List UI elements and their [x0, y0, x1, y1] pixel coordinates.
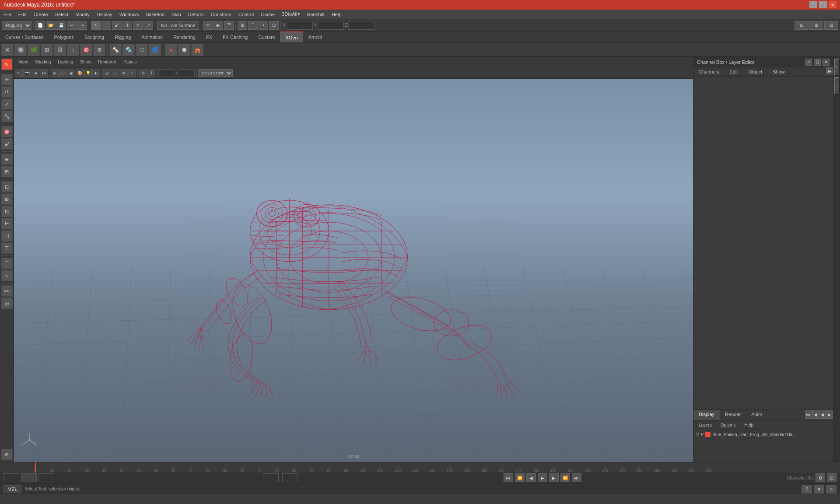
- tab-polygons[interactable]: Polygons: [49, 32, 79, 42]
- vp-menu-view[interactable]: View: [16, 59, 31, 65]
- layout-btn-2[interactable]: ⊠: [1, 193, 13, 205]
- shelf-btn-10[interactable]: 🔩: [122, 44, 135, 56]
- playback-options-btn[interactable]: ⚙: [816, 473, 825, 482]
- shelf-btn-6[interactable]: ↕: [67, 44, 79, 56]
- vp-camera-btn[interactable]: 📷: [23, 69, 31, 77]
- tab-sculpting[interactable]: Sculpting: [79, 32, 109, 42]
- menu-redshift[interactable]: Redshift: [304, 11, 328, 18]
- timeline-current-field[interactable]: 1: [21, 473, 37, 482]
- tab-animation[interactable]: Animation: [136, 32, 168, 42]
- snap-curve-button[interactable]: ⌒: [248, 21, 258, 30]
- layout-btn-5[interactable]: ⊣: [1, 230, 13, 242]
- layer-tab-display[interactable]: Display: [693, 410, 720, 420]
- layout-btn-6[interactable]: ⊤: [1, 242, 13, 254]
- tab-fx[interactable]: FX: [201, 32, 217, 42]
- cb-right-btn[interactable]: ▶: [826, 67, 833, 74]
- layer-sub-layers[interactable]: Layers: [695, 422, 715, 428]
- right-panel-btn2[interactable]: ⊞: [809, 21, 823, 30]
- strip-attr-btn[interactable]: A: [834, 59, 840, 76]
- command-line-btn[interactable]: >: [826, 485, 836, 494]
- layer-tab-render[interactable]: Render: [720, 410, 746, 420]
- shelf-btn-11[interactable]: ⬡: [136, 44, 148, 56]
- shelf-btn-12[interactable]: 🌀: [149, 44, 161, 56]
- close-button[interactable]: ✕: [829, 1, 836, 8]
- snap-view-button[interactable]: ⊡: [269, 21, 279, 30]
- cb-close-btn[interactable]: ✕: [822, 59, 830, 66]
- playback-prev-button[interactable]: ◀: [526, 473, 536, 482]
- playback-last-button[interactable]: ⏭: [572, 473, 581, 482]
- shelf-btn-9[interactable]: 🦴: [109, 44, 122, 56]
- layout-btn-3[interactable]: ⊡: [1, 206, 13, 217]
- vp-wireframe-btn[interactable]: ⬡: [59, 69, 67, 77]
- vp-isolate-btn[interactable]: ◎: [103, 69, 111, 77]
- shelf-btn-13[interactable]: 🔺: [165, 44, 177, 56]
- shelf-btn-8[interactable]: ⚙: [93, 44, 105, 56]
- tab-custom[interactable]: Custom: [253, 32, 280, 42]
- paint-effects-button[interactable]: 🖌: [1, 138, 13, 150]
- vp-xray-joint-btn[interactable]: ⊕: [120, 69, 128, 77]
- anim-prefs-btn[interactable]: ⊡: [827, 473, 836, 482]
- vp-menu-lighting[interactable]: Lighting: [55, 59, 76, 65]
- script-editor-btn[interactable]: ≡: [814, 485, 824, 494]
- cb-tab-show[interactable]: Show: [767, 67, 790, 76]
- vp-cam-attrs-btn[interactable]: ⚙: [139, 69, 147, 77]
- timeline-frame-field[interactable]: 1: [38, 473, 54, 482]
- menu-modify[interactable]: Modify: [72, 11, 93, 18]
- vp-smooth-btn[interactable]: ◉: [67, 69, 75, 77]
- universal-manip-button[interactable]: ⊞: [1, 166, 13, 177]
- menu-cache[interactable]: Cache: [257, 11, 278, 18]
- menu-file[interactable]: File: [0, 11, 15, 18]
- curve-tool-2[interactable]: ∿: [1, 270, 13, 281]
- vp-manip-btn[interactable]: ✛: [128, 69, 136, 77]
- timeline-range-end[interactable]: 200: [282, 473, 298, 482]
- menu-3dtool[interactable]: 3DtoAll▾: [278, 10, 303, 18]
- move-tool-button[interactable]: ✛: [122, 21, 132, 30]
- playback-next-key-button[interactable]: ⏩: [560, 473, 570, 482]
- layer-tab-anim[interactable]: Anim: [746, 410, 767, 420]
- timeline-ruler[interactable]: 5101520253035404550556065707580859095100…: [0, 462, 840, 472]
- render-button[interactable]: ▶: [214, 21, 223, 30]
- shelf-btn-1[interactable]: ✕: [1, 44, 14, 56]
- menu-edit[interactable]: Edit: [15, 11, 30, 18]
- playback-prev-key-button[interactable]: ⏪: [515, 473, 525, 482]
- playback-play-button[interactable]: ▶: [538, 473, 547, 482]
- layer-nav-1[interactable]: ⏮: [805, 410, 812, 419]
- ipr-button[interactable]: 🎬: [224, 21, 234, 30]
- mel-python-toggle[interactable]: MEL: [4, 485, 21, 493]
- menu-create[interactable]: Create: [30, 11, 52, 18]
- layout-btn-4[interactable]: ⊢: [1, 218, 13, 229]
- cb-float-btn[interactable]: ⊡: [814, 59, 821, 66]
- last-tool-button[interactable]: 🔧: [1, 111, 13, 122]
- open-scene-button[interactable]: 📂: [46, 21, 56, 30]
- right-panel-btn3[interactable]: ⊟: [824, 21, 838, 30]
- menu-control[interactable]: Control: [235, 11, 257, 18]
- cb-expand-btn[interactable]: ↗: [805, 59, 812, 66]
- vp-near-clip[interactable]: 0.00: [158, 69, 174, 77]
- vp-prev-btn[interactable]: ⏮: [32, 69, 39, 77]
- tab-curves-surfaces[interactable]: Curves / Surfaces: [0, 32, 49, 42]
- cb-tab-channels[interactable]: Channels: [693, 67, 724, 76]
- curve-tool-1[interactable]: ⌒: [1, 258, 13, 269]
- shelf-btn-14[interactable]: ⬢: [178, 44, 190, 56]
- extra-btn-2[interactable]: ◎: [1, 298, 13, 309]
- vp-next-btn[interactable]: ⏭: [40, 69, 48, 77]
- playback-next-button[interactable]: ▶: [549, 473, 559, 482]
- workspace-selector[interactable]: Rigging: [2, 21, 32, 30]
- y-input[interactable]: [318, 21, 344, 30]
- bottom-lt-btn[interactable]: ⊕: [1, 449, 13, 460]
- render-settings-button[interactable]: ⚙: [203, 21, 213, 30]
- color-space-selector[interactable]: sRGB gamma: [198, 69, 233, 77]
- lasso-select-button[interactable]: ⬚: [102, 21, 111, 30]
- menu-skeleton[interactable]: Skeleton: [142, 11, 168, 18]
- playback-first-button[interactable]: ⏮: [504, 473, 513, 482]
- move-mode-button[interactable]: ✛: [1, 74, 13, 85]
- vp-xray-btn[interactable]: ⬚: [112, 69, 119, 77]
- minimize-button[interactable]: ─: [809, 1, 817, 8]
- snap-grid-button[interactable]: ⊞: [238, 21, 247, 30]
- shelf-btn-7[interactable]: 🎯: [80, 44, 92, 56]
- menu-deform[interactable]: Deform: [185, 11, 207, 18]
- snap-point-button[interactable]: •: [259, 21, 268, 30]
- scale-tool-button[interactable]: ⤢: [144, 21, 153, 30]
- paint-select-button[interactable]: 🖌: [112, 21, 122, 30]
- menu-select[interactable]: Select: [52, 11, 72, 18]
